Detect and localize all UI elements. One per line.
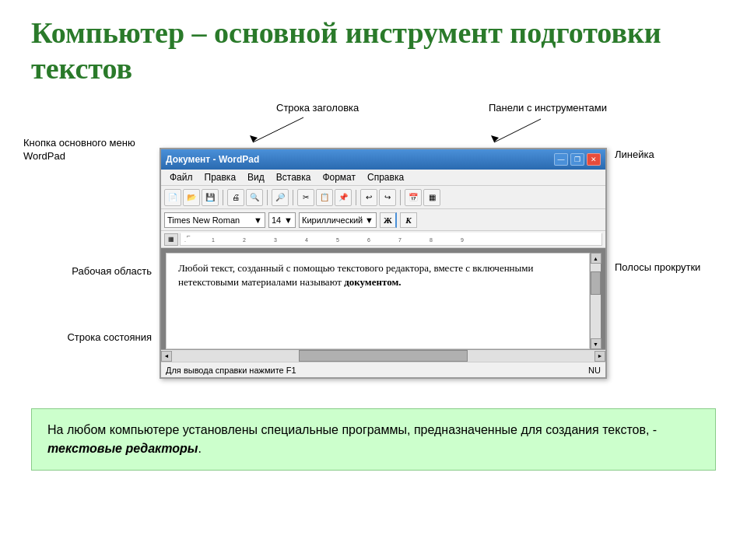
vertical-scrollbar[interactable]: ▲ ▼ [590, 253, 601, 349]
tb-redo[interactable]: ↪ [379, 189, 396, 206]
label-title-bar: Строка заголовка [276, 102, 359, 114]
svg-line-0 [253, 117, 303, 142]
tb-find[interactable]: 🔎 [272, 189, 289, 206]
tb-sep3 [293, 190, 293, 205]
ruler-inner: · 1 2 3 4 5 6 7 8 9 ⌐ [180, 233, 602, 246]
ruler-content: · 1 2 3 4 5 6 7 8 9 ⌐ [181, 233, 601, 245]
format-bar: Times New Roman ▼ 14 ▼ Кириллический ▼ Ж… [161, 209, 605, 231]
document-paper[interactable]: Любой текст, созданный с помощью текстов… [166, 253, 590, 349]
tb-datetime[interactable]: 📅 [405, 189, 422, 206]
tb-new[interactable]: 📄 [164, 189, 181, 206]
scroll-left-arrow[interactable]: ◄ [161, 351, 172, 362]
ruler-icon[interactable]: ▦ [164, 233, 178, 246]
svg-line-6 [517, 483, 541, 560]
tb-object[interactable]: ▦ [423, 189, 440, 206]
window-title-text: Документ - WordPad [166, 154, 259, 165]
label-ruler: Линейка [615, 149, 654, 162]
tb-sep1 [223, 190, 223, 205]
label-status-bar: Строка состояния [67, 331, 152, 345]
svg-line-2 [494, 119, 541, 142]
wordpad-window: Документ - WordPad — ❐ ✕ Файл Правка Вид… [160, 148, 607, 379]
info-box-text-main: На любом компьютере установлены специаль… [47, 423, 657, 436]
info-box-emphasis: текстовые редакторы [47, 442, 198, 455]
menu-help[interactable]: Справка [363, 171, 408, 184]
right-labels-panel: Линейка Полосы прокрутки [607, 102, 724, 393]
font-name-select[interactable]: Times New Roman ▼ [164, 212, 265, 228]
encoding-select[interactable]: Кириллический ▼ [299, 212, 377, 228]
label-toolbar-panel: Панели с инструментами [489, 102, 607, 115]
scroll-track[interactable] [591, 264, 601, 338]
page-title: Компьютер – основной инструмент подготов… [23, 16, 724, 86]
svg-marker-3 [491, 135, 499, 142]
scroll-thumb[interactable] [591, 271, 601, 295]
scroll-down-arrow[interactable]: ▼ [591, 338, 601, 349]
scroll-right-arrow[interactable]: ► [594, 351, 605, 362]
h-scroll-track[interactable] [172, 350, 594, 362]
window-controls: — ❐ ✕ [554, 153, 601, 166]
menu-insert[interactable]: Вставка [272, 171, 315, 184]
tb-save[interactable]: 💾 [202, 189, 219, 206]
tb-sep2 [267, 190, 268, 205]
horizontal-scrollbar[interactable]: ◄ ► [161, 349, 605, 362]
tb-paste[interactable]: 📌 [335, 189, 352, 206]
italic-button[interactable]: К [400, 212, 417, 228]
minimize-button[interactable]: — [554, 153, 568, 166]
menu-format[interactable]: Формат [318, 171, 359, 184]
window-col: Строка заголовка Панели с инструментами … [160, 102, 607, 393]
restore-button[interactable]: ❐ [570, 153, 584, 166]
annotation-area: Кнопка основного меню WordPad Рабочая об… [23, 102, 724, 393]
label-main-menu: Кнопка основного меню WordPad [23, 137, 152, 163]
tab-marker: ⌐ [187, 233, 191, 240]
left-labels-panel: Кнопка основного меню WordPad Рабочая об… [23, 102, 160, 393]
h-scroll-thumb[interactable] [299, 350, 468, 362]
tb-sep4 [356, 190, 356, 205]
font-size-select[interactable]: 14 ▼ [268, 212, 296, 228]
menu-view[interactable]: Вид [244, 171, 268, 184]
close-button[interactable]: ✕ [587, 153, 601, 166]
doc-text-bold: документом. [344, 276, 401, 288]
window-titlebar: Документ - WordPad — ❐ ✕ [161, 149, 605, 170]
tb-preview[interactable]: 🔍 [246, 189, 263, 206]
svg-marker-5 [500, 495, 507, 502]
info-box-period: . [198, 442, 201, 455]
svg-marker-1 [250, 135, 258, 142]
bold-button[interactable]: Ж [380, 212, 397, 228]
tb-sep5 [400, 190, 401, 205]
tb-undo[interactable]: ↩ [360, 189, 377, 206]
tb-print[interactable]: 🖨 [227, 189, 244, 206]
document-area: Любой текст, созданный с помощью текстов… [161, 248, 605, 349]
scroll-up-arrow[interactable]: ▲ [591, 253, 601, 264]
status-text: Для вывода справки нажмите F1 [166, 366, 296, 375]
status-right: NU [588, 366, 601, 375]
label-work-area: Рабочая область [72, 265, 152, 278]
tb-copy[interactable]: 📋 [316, 189, 333, 206]
info-box: На любом компьютере установлены специаль… [31, 408, 716, 471]
ruler: ▦ · 1 2 3 4 5 6 7 8 9 [161, 231, 605, 248]
toolbar: 📄 📂 💾 🖨 🔍 🔎 ✂ 📋 📌 ↩ ↪ 📅 ▦ [161, 186, 605, 209]
label-scroll-bars: Полосы прокрутки [615, 261, 700, 275]
tb-cut[interactable]: ✂ [297, 189, 314, 206]
menu-file[interactable]: Файл [166, 171, 197, 184]
menu-bar: Файл Правка Вид Вставка Формат Справка [161, 170, 605, 186]
menu-edit[interactable]: Правка [201, 171, 240, 184]
info-box-paragraph: На любом компьютере установлены специаль… [47, 421, 700, 458]
status-bar: Для вывода справки нажмите F1 NU [161, 362, 605, 377]
tb-open[interactable]: 📂 [183, 189, 200, 206]
